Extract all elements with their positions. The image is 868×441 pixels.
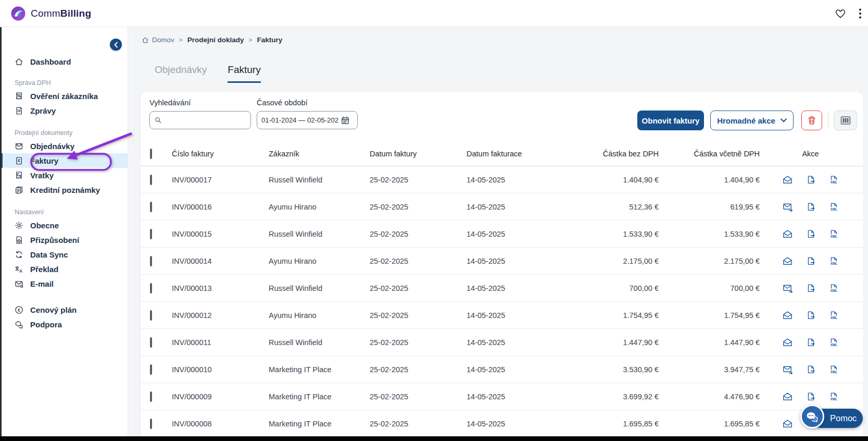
invoice-row[interactable]: INV/000017 Russell Winfield 25-02-2025 1… — [141, 166, 863, 193]
sidebar-item-data-sync[interactable]: Data Sync — [0, 247, 128, 262]
sidebar-item-zpravy[interactable]: Zprávy — [0, 103, 128, 118]
row-checkbox[interactable] — [150, 256, 152, 266]
email-send-icon[interactable] — [782, 365, 793, 374]
export-document-icon[interactable] — [806, 392, 816, 401]
invoice-row[interactable]: INV/000010 Marketing IT Place 25-02-2025… — [141, 356, 863, 383]
export-document-icon[interactable] — [806, 229, 816, 239]
invoice-row[interactable]: INV/000008 Marketing IT Place 25-02-2025… — [141, 410, 863, 437]
email-send-icon[interactable] — [782, 202, 793, 212]
select-all-checkbox[interactable] — [150, 149, 152, 159]
xml-download-icon[interactable]: XML — [828, 202, 839, 212]
sidebar-item-prizpusobeni[interactable]: Přizpůsobení — [0, 232, 128, 247]
email-opened-icon[interactable] — [782, 229, 793, 239]
invoice-row[interactable]: INV/000012 Ayumu Hirano 25-02-2025 14-05… — [141, 302, 863, 329]
breadcrumb-home[interactable]: Domov — [142, 36, 174, 44]
brand-logo[interactable]: CommBilling — [10, 6, 91, 21]
invoice-number: INV/000010 — [172, 365, 269, 374]
xml-download-icon[interactable]: XML — [828, 229, 839, 239]
export-document-icon[interactable] — [806, 284, 816, 293]
help-chat-button[interactable] — [800, 405, 824, 428]
export-document-icon[interactable] — [806, 311, 816, 320]
column-header-cislo-faktury[interactable]: Číslo faktury — [172, 150, 269, 158]
xml-download-icon[interactable]: XML — [828, 175, 839, 185]
sidebar-item-email[interactable]: E-mail — [0, 276, 128, 291]
sidebar-item-cenovy-plan[interactable]: € Cenový plán — [0, 302, 128, 317]
email-opened-icon[interactable] — [782, 256, 793, 266]
email-opened-icon[interactable] — [782, 338, 793, 347]
invoice-row[interactable]: INV/000016 Ayumu Hirano 25-02-2025 14-05… — [141, 193, 863, 220]
invoice-row[interactable]: INV/000009 Marketing IT Place 25-02-2025… — [141, 383, 863, 410]
xml-download-icon[interactable]: XML — [828, 338, 839, 347]
delete-button[interactable] — [801, 111, 822, 130]
invoice-row[interactable]: INV/000015 Russell Winfield 25-02-2025 1… — [141, 220, 863, 248]
euro-circle-icon: € — [15, 305, 23, 314]
tab-objednavky[interactable]: Objednávky — [155, 64, 207, 83]
email-send-icon[interactable] — [782, 284, 793, 293]
amount-incl-vat: 2.175,00 € — [661, 257, 762, 265]
xml-download-icon[interactable]: XML — [828, 284, 839, 293]
export-document-icon[interactable] — [806, 365, 816, 374]
sidebar-item-preklad[interactable]: A Překlad — [0, 262, 128, 276]
xml-download-icon[interactable]: XML — [828, 311, 839, 320]
sidebar-item-overeni-zakaznika[interactable]: Ověření zákazníka — [0, 89, 128, 103]
search-input[interactable] — [165, 116, 246, 125]
email-opened-icon[interactable] — [782, 175, 793, 185]
export-document-icon[interactable] — [806, 202, 816, 212]
invoice-customer: Ayumu Hirano — [269, 311, 370, 320]
bulk-actions-button[interactable]: Hromadné akce — [710, 111, 794, 130]
column-header-datum-faktury[interactable]: Datum faktury — [370, 150, 467, 158]
sidebar-collapse-button[interactable] — [110, 39, 122, 51]
row-checkbox[interactable] — [150, 337, 152, 348]
search-label: Vyhledávání — [149, 99, 191, 107]
breadcrumb-faktury[interactable]: Faktury — [257, 36, 283, 44]
kebab-menu-icon — [859, 8, 862, 19]
invoice-row[interactable]: INV/000013 Russell Winfield 25-02-2025 1… — [141, 275, 863, 302]
column-header-castka-vcetne-dph[interactable]: Částka včetně DPH — [661, 150, 762, 158]
kebab-menu-button[interactable] — [859, 8, 862, 19]
invoice-date: 25-02-2025 — [370, 365, 467, 374]
export-document-icon[interactable] — [806, 175, 816, 185]
sidebar-item-faktury[interactable]: € Faktury — [0, 153, 128, 168]
date-range-picker[interactable]: 01-01-2024 — 02-05-202 — [257, 111, 358, 129]
column-header-datum-fakturace[interactable]: Datum fakturace — [467, 150, 563, 158]
row-checkbox[interactable] — [150, 202, 152, 212]
row-checkbox[interactable] — [150, 419, 152, 429]
email-opened-icon[interactable] — [782, 311, 793, 320]
favorites-heart-button[interactable] — [835, 8, 846, 19]
sidebar-item-obecne[interactable]: Obecne — [0, 218, 128, 232]
window-bottom-edge — [0, 436, 868, 441]
sidebar-item-podpora[interactable]: Podpora — [0, 317, 128, 332]
export-document-icon[interactable] — [806, 256, 816, 266]
row-checkbox[interactable] — [150, 391, 152, 402]
date-range-value: 01-01-2024 — 02-05-202 — [261, 116, 338, 124]
xml-download-icon[interactable]: XML — [828, 392, 839, 401]
tab-faktury[interactable]: Faktury — [228, 64, 260, 83]
row-checkbox[interactable] — [150, 175, 152, 185]
column-header-zakaznik[interactable]: Zákazník — [269, 150, 370, 158]
search-input-wrapper — [149, 111, 251, 129]
email-opened-icon[interactable] — [782, 392, 793, 401]
row-checkbox[interactable] — [150, 364, 152, 375]
columns-settings-button[interactable] — [834, 111, 857, 130]
sidebar-item-dashboard[interactable]: Dashboard — [0, 54, 128, 69]
email-opened-icon[interactable] — [782, 419, 793, 428]
home-icon — [15, 57, 23, 66]
xml-download-icon[interactable]: XML — [828, 365, 839, 374]
xml-download-icon[interactable]: XML — [828, 256, 839, 266]
export-document-icon[interactable] — [806, 338, 816, 347]
refresh-invoices-button[interactable]: Obnovit faktury — [637, 111, 704, 130]
sidebar-item-objednavky[interactable]: Objednávky — [0, 139, 128, 153]
column-header-castka-bez-dph[interactable]: Částka bez DPH — [563, 150, 661, 158]
invoice-number: INV/000012 — [172, 311, 269, 320]
amount-excl-vat: 1.695,85 € — [563, 420, 661, 428]
row-checkbox[interactable] — [150, 310, 152, 321]
sidebar-item-kreditni-poznamky[interactable]: Kreditní poznámky — [0, 182, 128, 197]
invoice-row[interactable]: INV/000011 Russell Winfield 25-02-2025 1… — [141, 329, 863, 356]
sidebar-item-vratky[interactable]: Vratky — [0, 168, 128, 182]
invoice-row[interactable]: INV/000014 Ayumu Hirano 25-02-2025 14-05… — [141, 248, 863, 275]
svg-text:XML: XML — [831, 234, 838, 238]
breadcrumb-prodejni-doklady[interactable]: Prodejní doklady — [187, 36, 244, 44]
sidebar: Dashboard Správa DPH Ověření zákazníka Z… — [0, 27, 128, 436]
row-checkbox[interactable] — [150, 229, 152, 239]
row-checkbox[interactable] — [150, 283, 152, 293]
